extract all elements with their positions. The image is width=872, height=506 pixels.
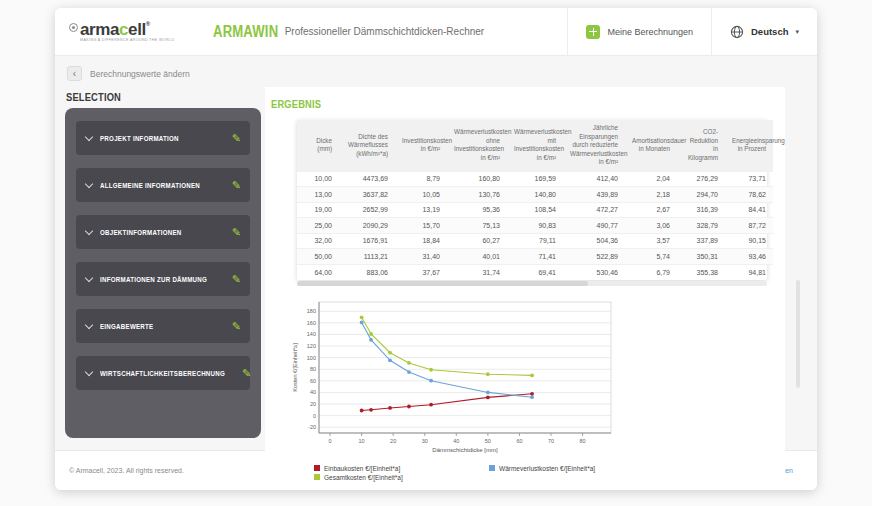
sidebar-item[interactable]: ALLGEMEINE INFORMATIONEN✎ (76, 168, 250, 202)
table-cell: 2,18 (625, 187, 677, 203)
horizontal-scrollbar-thumb[interactable] (297, 281, 588, 286)
app-window: armacell® MAKING A DIFFERENCE AROUND THE… (55, 8, 817, 490)
table-cell: 169,59 (507, 171, 563, 187)
sidebar-item[interactable]: INFORMATIONEN ZUR DÄMMUNG✎ (76, 262, 250, 296)
svg-text:-20: -20 (308, 424, 316, 430)
table-cell: 2,04 (625, 171, 677, 187)
selection-title: SELECTION (66, 91, 121, 103)
svg-text:30: 30 (422, 438, 428, 444)
header: armacell® MAKING A DIFFERENCE AROUND THE… (55, 8, 817, 56)
table-header-cell: Jährliche Einsparungen durch reduzierte … (563, 120, 625, 171)
table-cell: 2090,29 (339, 218, 395, 234)
brand-tagline: MAKING A DIFFERENCE AROUND THE WORLD (80, 39, 174, 43)
svg-text:100: 100 (307, 354, 316, 360)
chevron-down-icon (85, 273, 93, 281)
sidebar-item[interactable]: PROJEKT INFORMATION✎ (76, 121, 250, 155)
table-cell: 31,40 (395, 249, 447, 265)
table-cell: 504,36 (563, 233, 625, 249)
edit-pencil-icon[interactable]: ✎ (232, 132, 241, 145)
table-cell: 316,39 (677, 202, 725, 218)
table-cell: 13,19 (395, 202, 447, 218)
results-title: ERGEBNIS (271, 98, 321, 110)
svg-text:60: 60 (310, 377, 316, 383)
table-cell: 93,46 (725, 249, 773, 265)
svg-text:Kosten €/[Einheit*a]: Kosten €/[Einheit*a] (292, 342, 298, 391)
armacell-logo: armacell® MAKING A DIFFERENCE AROUND THE… (55, 21, 205, 43)
edit-pencil-icon[interactable]: ✎ (232, 226, 241, 239)
svg-text:20: 20 (390, 438, 396, 444)
brand-wordmark: armacell® (80, 20, 150, 39)
table-row: 19,002652,9913,1995,36108,54472,272,6731… (297, 202, 773, 218)
table-cell: 40,01 (447, 249, 507, 265)
globe-icon (730, 25, 744, 39)
chevron-down-icon (85, 179, 93, 187)
table-cell: 32,00 (297, 233, 339, 249)
sidebar: SELECTION PROJEKT INFORMATION✎ALLGEMEINE… (65, 87, 261, 438)
table-cell: 2652,99 (339, 202, 395, 218)
edit-pencil-icon[interactable]: ✎ (242, 367, 251, 380)
svg-text:20: 20 (310, 401, 316, 407)
my-calculations-button[interactable]: Meine Berechnungen (567, 8, 711, 55)
table-cell: 530,46 (563, 264, 625, 280)
chart: -200204060801001201401601800102030405060… (289, 299, 785, 463)
table-cell: 75,13 (447, 218, 507, 234)
sidebar-item[interactable]: WIRTSCHAFTLICHKEITSBERECHNUNG✎ (76, 356, 250, 390)
table-cell: 73,71 (725, 171, 773, 187)
edit-pencil-icon[interactable]: ✎ (232, 179, 241, 192)
results-panel: ERGEBNIS Dicke (mm)Dichte des Wärmefluss… (265, 87, 785, 490)
sidebar-item-label: ALLGEMEINE INFORMATIONEN (100, 182, 216, 189)
table-header-cell: Wärmeverlustkosten mit Investitionskoste… (507, 120, 563, 171)
table-row: 50,001113,2131,4040,0171,41522,895,74350… (297, 249, 773, 265)
table-cell: 294,70 (677, 187, 725, 203)
svg-text:140: 140 (307, 331, 316, 337)
table-row: 25,002090,2915,7075,1390,83490,773,06328… (297, 218, 773, 234)
table-cell: 10,00 (297, 171, 339, 187)
table-cell: 50,00 (297, 249, 339, 265)
results-section: ERGEBNIS Dicke (mm)Dichte des Wärmefluss… (265, 87, 785, 490)
vertical-scrollbar[interactable] (796, 280, 800, 388)
table-cell: 69,41 (507, 264, 563, 280)
table-header-cell: Dichte des Wärmeflusses (kWh/m²*a) (339, 120, 395, 171)
table-cell: 31,74 (447, 264, 507, 280)
svg-text:Dämmschichtdicke [mm]: Dämmschichtdicke [mm] (432, 447, 498, 453)
content-area: ‹ Berechnungswerte ändern SELECTION PROJ… (55, 56, 817, 450)
table-cell: 13,00 (297, 187, 339, 203)
table-cell: 10,05 (395, 187, 447, 203)
back-label[interactable]: Berechnungswerte ändern (90, 69, 190, 79)
sidebar-item-label: EINGABEWERTE (100, 323, 216, 330)
table-cell: 5,74 (625, 249, 677, 265)
table-header-cell: CO2-Reduktion in Kilogramm (677, 120, 725, 171)
language-selector[interactable]: Deutsch ▾ (711, 8, 817, 55)
table-cell: 18,84 (395, 233, 447, 249)
edit-pencil-icon[interactable]: ✎ (232, 273, 241, 286)
registered-mark: ® (146, 21, 150, 27)
sidebar-item[interactable]: OBJEKTINFORMATIONEN✎ (76, 215, 250, 249)
svg-text:70: 70 (548, 438, 554, 444)
armacell-logo-mark-icon (69, 23, 78, 32)
chevron-down-icon: ▾ (795, 28, 799, 36)
legend-item: Wärmeverlustkosten €/[Einheit*a] (489, 465, 644, 472)
table-cell: 25,00 (297, 218, 339, 234)
results-table-head: Dicke (mm)Dichte des Wärmeflusses (kWh/m… (297, 120, 773, 171)
table-header-cell: Energieeinsparung in Prozent (725, 120, 773, 171)
table-cell: 4473,69 (339, 171, 395, 187)
app-name: ARMAWIN (213, 23, 278, 41)
sidebar-item[interactable]: EINGABEWERTE✎ (76, 309, 250, 343)
table-cell: 412,40 (563, 171, 625, 187)
table-cell: 2,67 (625, 202, 677, 218)
chevron-down-icon (85, 132, 93, 140)
horizontal-scrollbar[interactable] (297, 281, 767, 286)
table-row: 10,004473,698,79160,80169,59412,402,0427… (297, 171, 773, 187)
back-button[interactable]: ‹ (67, 66, 82, 81)
my-calculations-label: Meine Berechnungen (607, 27, 693, 37)
chevron-down-icon (85, 226, 93, 234)
table-cell: 130,76 (447, 187, 507, 203)
svg-text:50: 50 (485, 438, 491, 444)
calculations-grid-icon (586, 25, 600, 39)
legend-label: Gesamtkosten €/[Einheit*a] (324, 474, 403, 481)
edit-pencil-icon[interactable]: ✎ (232, 320, 241, 333)
table-cell: 3637,82 (339, 187, 395, 203)
table-row: 13,003637,8210,05130,76140,80439,892,182… (297, 187, 773, 203)
table-cell: 79,11 (507, 233, 563, 249)
table-cell: 522,89 (563, 249, 625, 265)
